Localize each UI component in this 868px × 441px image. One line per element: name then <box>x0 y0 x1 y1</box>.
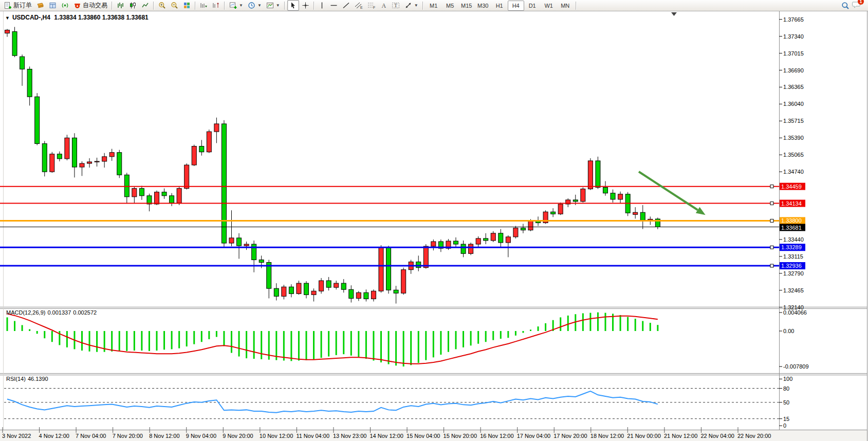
hline-handle[interactable] <box>770 264 773 267</box>
equidistant-channel-button[interactable]: E <box>353 0 365 11</box>
line-chart-button[interactable] <box>139 0 151 11</box>
candle <box>12 27 17 57</box>
zoom-in-button[interactable] <box>156 0 168 11</box>
mt4-terminal: { "toolbar": { "new_order_label": "新订单",… <box>0 0 868 441</box>
trendline-button[interactable] <box>340 0 352 11</box>
candle <box>469 243 473 255</box>
horizontal-line-icon <box>330 2 338 9</box>
svg-text:0.00: 0.00 <box>783 328 794 334</box>
bar-chart-icon <box>117 2 124 9</box>
chevron-down-icon: ▼ <box>414 3 418 8</box>
vertical-line-button[interactable] <box>317 0 327 11</box>
price-tag-label: 1.34459 <box>781 183 802 190</box>
fibonacci-button[interactable]: F <box>365 0 378 11</box>
svg-text:80: 80 <box>783 385 789 392</box>
candle <box>596 157 600 189</box>
candle <box>184 163 189 190</box>
timeframe-M15[interactable]: M15 <box>458 1 475 11</box>
hline-handle[interactable] <box>770 185 773 188</box>
tile-windows-button[interactable] <box>181 0 193 11</box>
svg-text:3 Nov 2022: 3 Nov 2022 <box>2 433 31 439</box>
market-watch-button[interactable] <box>47 0 59 11</box>
svg-text:9 Nov 04:00: 9 Nov 04:00 <box>186 433 216 439</box>
hline-handle[interactable] <box>770 202 773 205</box>
candle <box>513 226 518 238</box>
bar-chart-button[interactable] <box>115 0 126 11</box>
toolbar-separator <box>112 2 113 10</box>
svg-text:9 Nov 20:00: 9 Nov 20:00 <box>223 433 253 439</box>
new-order-label: 新订单 <box>13 1 32 10</box>
timeframe-H4[interactable]: H4 <box>508 1 524 11</box>
svg-text:1.32465: 1.32465 <box>783 287 804 293</box>
candle <box>588 158 593 190</box>
rsi-indicator-label: RSI(14)46.1390 <box>6 376 50 382</box>
chevron-down-icon: ▼ <box>276 3 280 8</box>
main-toolbar: 新订单 自动交易 <box>0 0 868 11</box>
candle <box>65 135 69 160</box>
svg-text:0.004066: 0.004066 <box>783 309 807 316</box>
line-chart-icon <box>141 2 149 9</box>
zoom-out-button[interactable] <box>169 0 180 11</box>
candle <box>42 141 47 176</box>
timeframe-MN[interactable]: MN <box>557 1 574 11</box>
candle <box>543 210 548 224</box>
svg-text:T: T <box>394 3 397 8</box>
svg-text:1.35390: 1.35390 <box>783 135 804 141</box>
toolbar-separator <box>313 2 315 10</box>
candle <box>177 187 181 205</box>
candle <box>558 203 563 215</box>
period-button[interactable]: ▼ <box>246 0 264 11</box>
auto-trading-button[interactable]: 自动交易 <box>71 0 109 11</box>
timeframe-W1[interactable]: W1 <box>541 1 557 11</box>
timeframe-strip: M1M5M15M30H1H4D1W1MN <box>426 1 574 11</box>
template-button[interactable]: ▼ <box>264 0 282 11</box>
svg-text:7 Nov 04:00: 7 Nov 04:00 <box>76 433 106 439</box>
timeframe-M30[interactable]: M30 <box>475 1 491 11</box>
candle <box>386 246 391 293</box>
macd-value-1: 0.001337 <box>47 309 71 316</box>
svg-text:E: E <box>360 6 363 9</box>
search-button[interactable] <box>839 0 852 11</box>
new-order-button[interactable]: 新订单 <box>2 0 34 11</box>
auto-trading-icon <box>73 2 81 9</box>
svg-text:1.35065: 1.35065 <box>783 152 804 158</box>
signals-button[interactable] <box>59 0 71 11</box>
text-button[interactable]: A <box>378 0 389 11</box>
chart-shift-icon <box>212 2 220 9</box>
timeframe-H1[interactable]: H1 <box>491 1 508 11</box>
arrows-button[interactable]: ▼ <box>402 0 420 11</box>
candle <box>581 188 585 203</box>
text-label-icon: T <box>392 2 400 9</box>
timeframe-M1[interactable]: M1 <box>426 1 442 11</box>
toolbar-separator <box>576 2 577 10</box>
horizontal-line-button[interactable] <box>328 0 340 11</box>
cursor-button[interactable] <box>287 0 299 11</box>
chart-canvas[interactable]: 1.376651.373401.370151.366901.363651.360… <box>0 0 868 441</box>
svg-text:11 Nov 04:00: 11 Nov 04:00 <box>296 433 329 439</box>
hline-handle[interactable] <box>770 246 773 249</box>
svg-text:15: 15 <box>783 416 789 422</box>
zoom-out-icon <box>171 2 178 9</box>
symbol-dropdown-icon[interactable]: ▼ <box>5 15 10 21</box>
svg-text:22 Nov 20:00: 22 Nov 20:00 <box>737 433 771 439</box>
auto-trading-label: 自动交易 <box>83 1 107 10</box>
macd-name: MACD(12,26,9) <box>6 309 45 316</box>
chat-button[interactable]: 1 <box>852 1 861 11</box>
candlestick-chart-button[interactable] <box>127 0 139 11</box>
chart-shift-button[interactable] <box>210 0 222 11</box>
svg-text:10 Nov 12:00: 10 Nov 12:00 <box>260 433 293 439</box>
timeframe-D1[interactable]: D1 <box>524 1 541 11</box>
market-depth-button[interactable] <box>34 0 46 11</box>
new-chart-button[interactable]: ▼ <box>227 0 245 11</box>
auto-scroll-button[interactable] <box>198 0 210 11</box>
macd-indicator-label: MACD(12,26,9)0.0013370.002572 <box>6 309 99 316</box>
price-tag-label: 1.33289 <box>781 244 802 250</box>
text-label-button[interactable]: T <box>390 0 402 11</box>
crosshair-button[interactable] <box>300 0 311 11</box>
svg-text:8 Nov 12:00: 8 Nov 12:00 <box>149 433 179 439</box>
hline-handle[interactable] <box>770 219 773 222</box>
signals-icon <box>61 2 69 9</box>
timeframe-M5[interactable]: M5 <box>442 1 458 11</box>
svg-text:-0.007809: -0.007809 <box>783 363 809 370</box>
chevron-down-icon: ▼ <box>239 3 243 8</box>
